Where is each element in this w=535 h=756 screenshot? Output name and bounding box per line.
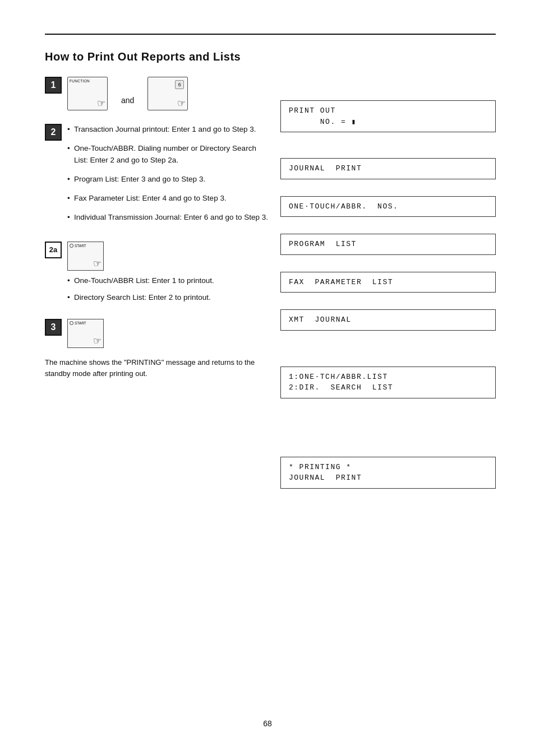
list-item: One-Touch/ABBR. Dialing number or Direct… xyxy=(67,143,269,166)
display-box-8: * PRINTING * JOURNAL PRINT xyxy=(280,457,496,489)
step-2-number: 2 xyxy=(45,124,62,141)
step-1-body: FUNCTION ☞ and 6 ☞ xyxy=(67,77,188,110)
left-column: 1 FUNCTION ☞ and 6 ☞ 2 xyxy=(45,77,280,497)
display-box-6: XMT JOURNAL xyxy=(280,309,496,331)
start-circle xyxy=(70,244,73,248)
start-text-2a: START xyxy=(75,244,86,248)
start-device-2a: START ☞ xyxy=(67,242,104,271)
step-2-content: Transaction Journal printout: Enter 1 an… xyxy=(67,124,269,231)
page-title: How to Print Out Reports and Lists xyxy=(45,50,496,63)
list-item: Individual Transmission Journal: Enter 6… xyxy=(67,212,269,223)
page-number: 68 xyxy=(263,719,272,728)
step-3-row: 3 START ☞ xyxy=(45,319,269,348)
step-2-row: 2 Transaction Journal printout: Enter 1 … xyxy=(45,124,269,231)
hand-icon-1: ☞ xyxy=(97,98,105,109)
right-column: PRINT OUT NO. = ▮ JOURNAL PRINT ONE·TOUC… xyxy=(280,77,496,497)
step-1-row: 1 FUNCTION ☞ and 6 ☞ xyxy=(45,77,269,110)
list-item: Program List: Enter 3 and go to Step 3. xyxy=(67,174,269,185)
start-label-3: START xyxy=(70,321,86,325)
display-box-5: FAX PARAMETER LIST xyxy=(280,272,496,293)
display-box-container: PRINT OUT NO. = ▮ JOURNAL PRINT ONE·TOUC… xyxy=(280,77,496,497)
step-1-number: 1 xyxy=(45,77,62,94)
display-box-3: ONE·TOUCH/ABBR. NOS. xyxy=(280,196,496,217)
hand-icon-3: ☞ xyxy=(93,335,102,347)
list-item: One-Touch/ABBR List: Enter 1 to printout… xyxy=(67,275,214,286)
step-2a-row: 2a START ☞ One-Touch/ABBR List: Enter 1 … xyxy=(45,242,269,309)
display-box-1: PRINT OUT NO. = ▮ xyxy=(280,100,496,132)
step-2a-number: 2a xyxy=(45,242,62,258)
step-3-number: 3 xyxy=(45,319,62,336)
function-label: FUNCTION xyxy=(70,79,90,83)
top-rule xyxy=(45,34,496,35)
page: How to Print Out Reports and Lists 1 FUN… xyxy=(0,0,535,756)
display-box-7: 1:ONE·TCH/ABBR.LIST 2:DIR. SEARCH LIST xyxy=(280,367,496,398)
hand-icon-2: ☞ xyxy=(177,98,186,109)
step-3-content: START ☞ xyxy=(67,319,104,348)
display-box-2: JOURNAL PRINT xyxy=(280,158,496,179)
list-item: Directory Search List: Enter 2 to printo… xyxy=(67,292,214,303)
step-2-list: Transaction Journal printout: Enter 1 an… xyxy=(67,124,269,224)
keyboard-device-2: 6 ☞ xyxy=(147,77,188,110)
step-2a-list: One-Touch/ABBR List: Enter 1 to printout… xyxy=(67,275,214,309)
start-label-2a: START xyxy=(70,244,86,248)
start-text-3: START xyxy=(75,321,86,325)
and-text: and xyxy=(121,96,134,110)
key-6: 6 xyxy=(175,80,184,89)
spacer-2a xyxy=(280,406,496,451)
final-note: The machine shows the "PRINTING" message… xyxy=(45,357,269,379)
list-item: Transaction Journal printout: Enter 1 an… xyxy=(67,124,269,135)
start-circle-3 xyxy=(70,321,73,325)
start-device-3: START ☞ xyxy=(67,319,104,348)
step-2a-content: START ☞ One-Touch/ABBR List: Enter 1 to … xyxy=(67,242,214,309)
display-box-4: PROGRAM LIST xyxy=(280,234,496,255)
list-item: Fax Parameter List: Enter 4 and go to St… xyxy=(67,193,269,204)
content-area: 1 FUNCTION ☞ and 6 ☞ 2 xyxy=(45,77,496,497)
hand-icon-2a: ☞ xyxy=(93,258,102,270)
keyboard-device-1: FUNCTION ☞ xyxy=(67,77,108,110)
